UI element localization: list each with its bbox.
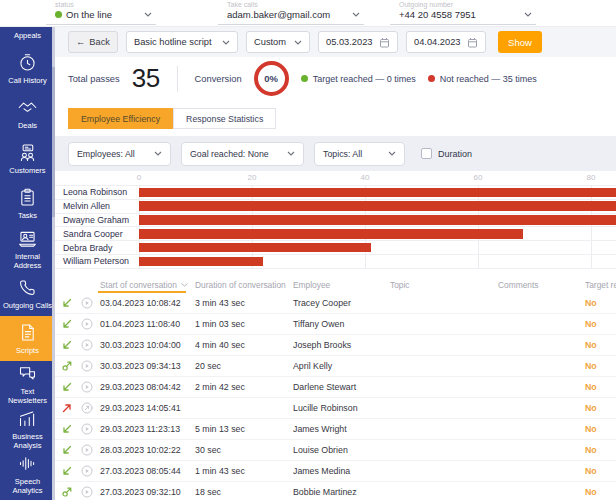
sort-chevron-icon <box>181 283 188 287</box>
play-record-button[interactable] <box>81 318 100 330</box>
tab-employee-efficiency[interactable]: Employee Efficiency <box>68 108 173 129</box>
legend-not-reached: Not reached — 35 times <box>428 74 537 84</box>
chart-category-label: Leona Robinson <box>55 187 139 197</box>
status-select[interactable]: status On the line <box>46 2 156 25</box>
back-button[interactable]: ← Back <box>68 31 118 53</box>
table-row[interactable]: 03.04.2023 10:08:423 min 43 secTracey Co… <box>55 293 616 314</box>
start-of-conversation-cell: 28.03.2023 10:02:22 <box>100 445 195 455</box>
period-select[interactable]: Custom <box>246 31 310 53</box>
outgoing-number-select[interactable]: Outgoing number +44 20 4558 7951 <box>390 2 536 25</box>
play-record-button[interactable] <box>81 360 100 372</box>
incoming-call-icon <box>62 340 81 350</box>
chart-row: Leona Robinson <box>55 186 616 200</box>
target-reached-cell: No <box>585 298 616 308</box>
status-label: status <box>55 1 74 8</box>
employees-filter-select[interactable]: Employees: All <box>68 142 171 166</box>
sidebar-item-deals[interactable]: Deals <box>0 91 55 136</box>
outgoing-number-label: Outgoing number <box>399 1 453 8</box>
speech-analytics-icon <box>17 453 38 474</box>
outgoing-number-value: +44 20 4558 7951 <box>399 9 476 20</box>
sidebar-scrollbar-thumb[interactable] <box>52 67 55 217</box>
column-header[interactable]: Employee <box>293 280 390 290</box>
sidebar-item-business-analysis[interactable]: Business Analysis <box>0 406 55 451</box>
sidebar-item-label: Outgoing Calls <box>1 301 55 310</box>
show-button[interactable]: Show <box>498 31 542 53</box>
table-row[interactable]: 01.04.2023 11:08:401 min 03 secTiffany O… <box>55 314 616 335</box>
sidebar-item-scripts[interactable]: Scripts <box>0 316 55 361</box>
duration-checkbox[interactable] <box>421 148 432 159</box>
period-select-value: Custom <box>254 37 286 47</box>
divider <box>177 66 178 92</box>
column-header[interactable]: Topic <box>390 280 498 290</box>
table-row[interactable]: 30.03.2023 10:04:004 min 40 secJoseph Br… <box>55 335 616 356</box>
play-record-button[interactable] <box>81 339 100 351</box>
play-record-button[interactable] <box>81 423 100 435</box>
employee-cell: April Kelly <box>293 361 390 371</box>
table-row[interactable]: 30.03.2023 09:34:1320 secApril KellyNo <box>55 356 616 377</box>
column-header[interactable]: Start of conversation <box>100 280 195 290</box>
script-select[interactable]: Basic hotline script <box>126 31 238 53</box>
table-row[interactable]: 29.03.2023 11:23:135 min 13 secJames Wri… <box>55 419 616 440</box>
status-online-dot <box>55 11 62 18</box>
chart-row: Sandra Cooper <box>55 227 616 241</box>
employee-cell: Louise Obrien <box>293 445 390 455</box>
sidebar-item-text-newsletters[interactable]: Text Newsletters <box>0 361 55 406</box>
play-record-button[interactable] <box>81 486 100 498</box>
date-to-field[interactable]: 04.04.2023 <box>406 31 486 53</box>
outgoing-call-icon <box>62 361 81 371</box>
play-record-button[interactable] <box>81 297 100 309</box>
sidebar-item-call-history[interactable]: Call History <box>0 46 55 91</box>
target-reached-cell: No <box>585 487 616 497</box>
play-record-button[interactable] <box>81 444 100 456</box>
duration-cell: 4 min 40 sec <box>195 340 293 350</box>
target-reached-cell: No <box>585 382 616 392</box>
sidebar-item-tasks[interactable]: Tasks <box>0 181 55 226</box>
duration-cell: 1 min 03 sec <box>195 319 293 329</box>
chart-row: Dwayne Graham <box>55 214 616 228</box>
red-dot-icon <box>428 75 435 82</box>
date-from-value: 05.03.2023 <box>326 37 373 47</box>
table-row[interactable]: 27.03.2023 09:32:1018 secBobbie Martinez… <box>55 482 616 500</box>
chart-bar <box>139 215 616 225</box>
table-row[interactable]: 28.03.2023 10:02:2230 secLouise ObrienNo <box>55 440 616 461</box>
tab-response-statistics[interactable]: Response Statistics <box>173 108 276 129</box>
table-row[interactable]: 29.03.2023 14:05:41Lucille RobinsonNo <box>55 398 616 419</box>
missed-outgoing-call-icon <box>62 403 81 413</box>
chart-category-label: Melvin Allen <box>55 201 139 211</box>
topics-filter-select[interactable]: Topics: All <box>314 142 405 166</box>
sidebar-item-label: Internal Address <box>1 252 55 270</box>
duration-filter: Duration <box>421 148 472 159</box>
employee-cell: Bobbie Martinez <box>293 487 390 497</box>
sidebar-item-customers[interactable]: Customers <box>0 136 55 181</box>
column-header[interactable]: Target reached <box>585 280 616 290</box>
sidebar-item-internal-address[interactable]: Internal Address <box>0 226 55 271</box>
take-calls-select[interactable]: Take calls adam.baker@gmail.com <box>218 2 364 25</box>
goal-reached-filter-select[interactable]: Goal reached: None <box>181 142 304 166</box>
sidebar-item-appeals[interactable]: Appeals <box>0 27 55 46</box>
duration-cell: 5 min 13 sec <box>195 424 293 434</box>
play-record-button[interactable] <box>81 465 100 477</box>
column-header[interactable]: Duration of conversation <box>195 280 293 290</box>
status-value: On the line <box>66 9 112 20</box>
employee-cell: Joseph Brooks <box>293 340 390 350</box>
start-of-conversation-cell: 27.03.2023 09:32:10 <box>100 487 195 497</box>
chart-x-tick: 40 <box>361 173 370 182</box>
back-arrow-icon: ← <box>76 37 85 47</box>
table-row[interactable]: 29.03.2023 08:04:422 min 42 secDarlene S… <box>55 377 616 398</box>
table-row[interactable]: 27.03.2023 08:05:441 min 43 secJames Med… <box>55 461 616 482</box>
sidebar-item-outgoing-calls[interactable]: Outgoing Calls <box>0 271 55 316</box>
play-record-button[interactable] <box>81 381 100 393</box>
date-from-field[interactable]: 05.03.2023 <box>318 31 398 53</box>
sidebar-item-speech-analytics[interactable]: Speech Analytics <box>0 451 55 496</box>
sidebar-item-label: Appeals <box>1 31 55 40</box>
main-content: ← Back Basic hotline script Custom 05.03… <box>55 27 616 500</box>
column-header[interactable]: Comments <box>498 280 585 290</box>
target-reached-cell: No <box>585 340 616 350</box>
employee-cell: Darlene Stewart <box>293 382 390 392</box>
deals-icon <box>17 97 38 118</box>
employee-cell: Tracey Cooper <box>293 298 390 308</box>
call-history-icon <box>17 52 38 73</box>
sidebar-item-label: Speech Analytics <box>1 477 55 495</box>
incoming-call-icon <box>62 382 81 392</box>
start-of-conversation-cell: 29.03.2023 11:23:13 <box>100 424 195 434</box>
